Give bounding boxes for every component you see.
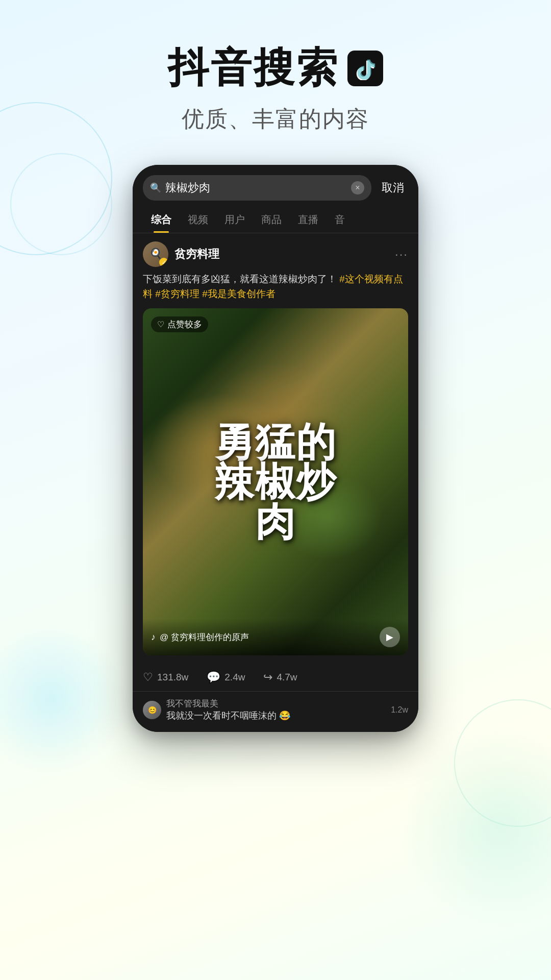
comment-content: 我不管我最美 我就没一次看时不咽唾沫的 😂: [166, 698, 386, 722]
app-name-text: 抖音搜索: [168, 41, 339, 96]
search-clear-button[interactable]: ×: [351, 181, 364, 194]
video-bottom-bar: ♪ @ 贫穷料理创作的原声 ▶: [143, 619, 408, 655]
tab-直播[interactable]: 直播: [290, 207, 327, 233]
tiktok-logo-icon: [347, 51, 383, 86]
share-stat[interactable]: ↪ 4.7w: [263, 671, 297, 684]
share-count: 4.7w: [277, 672, 297, 683]
comment-avatar: 😊: [143, 701, 161, 719]
comment-row: 😊 我不管我最美 我就没一次看时不咽唾沫的 😂 1.2w: [143, 698, 408, 722]
verified-badge: ✓: [159, 258, 168, 267]
like-count: 131.8w: [157, 672, 188, 683]
comment-count: 2.4w: [224, 672, 245, 683]
search-bar-area: 🔍 辣椒炒肉 × 取消: [133, 165, 418, 207]
comment-stat[interactable]: 💬 2.4w: [207, 671, 245, 684]
search-icon: 🔍: [150, 182, 161, 193]
post-body-text: 下饭菜到底有多凶猛，就看这道辣椒炒肉了！: [143, 274, 337, 284]
hashtag-3[interactable]: #我是美食创作者: [202, 288, 276, 299]
post-text-content: 下饭菜到底有多凶猛，就看这道辣椒炒肉了！ #这个视频有点料 #贫穷料理 #我是美…: [143, 272, 408, 301]
hashtag-2[interactable]: #贫穷料理: [155, 288, 199, 299]
tab-综合[interactable]: 综合: [143, 207, 180, 233]
main-title-container: 抖音搜索: [0, 41, 551, 96]
tab-用户[interactable]: 用户: [216, 207, 253, 233]
tab-视频[interactable]: 视频: [180, 207, 216, 233]
tab-音乐[interactable]: 音: [327, 207, 353, 233]
comment-area: 😊 我不管我最美 我就没一次看时不咽唾沫的 😂 1.2w: [133, 691, 418, 732]
search-input-wrap[interactable]: 🔍 辣椒炒肉 ×: [143, 175, 371, 201]
app-subtitle: 优质、丰富的内容: [0, 104, 551, 134]
search-query-text: 辣椒炒肉: [165, 180, 347, 195]
more-options-button[interactable]: ···: [395, 247, 408, 261]
bg-decoration-blob-right: [398, 725, 551, 929]
content-area: 🍳 ✓ 贫穷料理 ··· 下饭菜到底有多凶猛，就看这道辣椒炒肉了！ #这个视频有…: [133, 233, 418, 664]
tabs-row: 综合 视频 用户 商品 直播 音: [133, 207, 418, 233]
play-button[interactable]: ▶: [380, 627, 400, 647]
video-title-overlay: 勇猛的辣椒炒肉: [143, 308, 408, 655]
post-user-row: 🍳 ✓ 贫穷料理 ···: [143, 241, 408, 267]
comment-username[interactable]: 我不管我最美: [166, 698, 386, 709]
audio-info: ♪ @ 贫穷料理创作的原声: [151, 631, 249, 643]
phone-mockup: 🔍 辣椒炒肉 × 取消 综合 视频 用户 商品 直播: [133, 165, 418, 732]
heart-icon: ♡: [143, 671, 153, 684]
cancel-button[interactable]: 取消: [378, 178, 408, 198]
video-title-text: 勇猛的辣椒炒肉: [204, 422, 347, 542]
comment-icon: 💬: [207, 671, 220, 684]
clear-icon: ×: [355, 183, 360, 192]
post-username[interactable]: 贫穷料理: [174, 247, 219, 262]
user-avatar[interactable]: 🍳 ✓: [143, 241, 168, 267]
video-card[interactable]: ♡ 点赞较多 勇猛的辣椒炒肉 ♪ @ 贫穷料理创作的原声 ▶: [143, 308, 408, 655]
like-stat[interactable]: ♡ 131.8w: [143, 671, 188, 684]
tiktok-audio-icon: ♪: [151, 632, 156, 643]
tab-商品[interactable]: 商品: [253, 207, 290, 233]
share-icon: ↪: [263, 671, 272, 684]
stats-row: ♡ 131.8w 💬 2.4w ↪ 4.7w: [133, 664, 418, 691]
phone-container: 🔍 辣椒炒肉 × 取消 综合 视频 用户 商品 直播: [0, 165, 551, 732]
header-section: 抖音搜索 优质、丰富的内容: [0, 0, 551, 155]
comment-text: 我就没一次看时不咽唾沫的 😂: [166, 709, 386, 722]
comment-likes-count: 1.2w: [391, 705, 408, 715]
audio-text: @ 贫穷料理创作的原声: [160, 631, 249, 643]
